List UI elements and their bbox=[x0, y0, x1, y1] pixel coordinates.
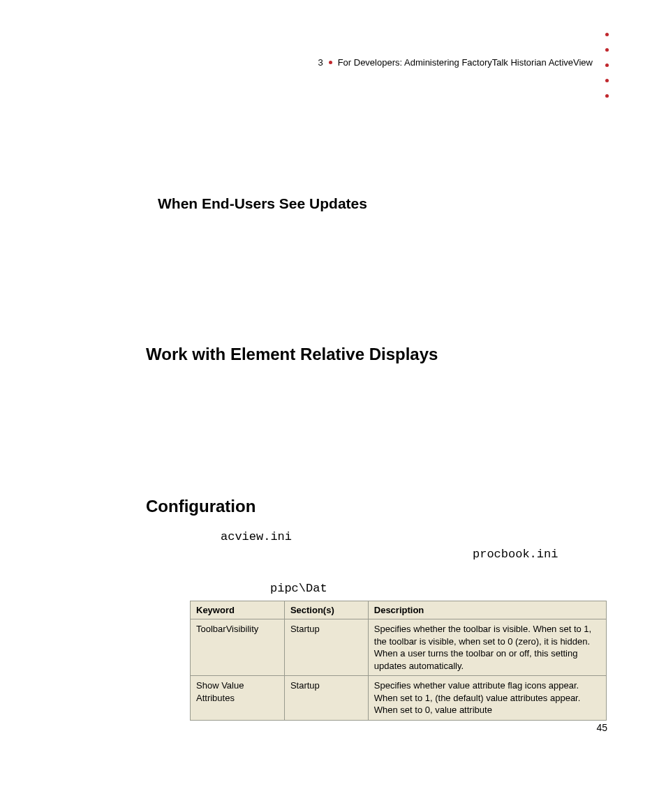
decorative-dots bbox=[605, 33, 609, 98]
table-row: Show Value Attributes Startup Specifies … bbox=[191, 676, 607, 721]
config-path: pipc\Dat bbox=[270, 582, 607, 595]
dot-icon bbox=[605, 79, 609, 82]
chapter-title: For Developers: Administering FactoryTal… bbox=[338, 57, 593, 68]
cell-section: Startup bbox=[284, 619, 368, 676]
section-heading-config: Configuration bbox=[146, 497, 607, 516]
header-section: Section(s) bbox=[284, 601, 368, 619]
dot-icon bbox=[605, 94, 609, 98]
subsection-heading: When End-Users See Updates bbox=[158, 195, 607, 212]
dot-icon bbox=[605, 63, 609, 67]
cell-keyword: Show Value Attributes bbox=[191, 676, 285, 721]
dot-icon bbox=[605, 33, 609, 36]
section-heading-erd: Work with Element Relative Displays bbox=[146, 345, 607, 364]
cell-description: Specifies whether the toolbar is visible… bbox=[368, 619, 606, 676]
chapter-number: 3 bbox=[318, 57, 323, 68]
table-header-row: Keyword Section(s) Description bbox=[191, 601, 607, 619]
cell-section: Startup bbox=[284, 676, 368, 721]
cell-keyword: ToolbarVisibility bbox=[191, 619, 285, 676]
page-header: 3 For Developers: Administering FactoryT… bbox=[318, 57, 593, 68]
dot-icon bbox=[605, 48, 609, 52]
separator-dot-icon bbox=[329, 61, 332, 64]
cell-description: Specifies whether value attribute flag i… bbox=[368, 676, 606, 721]
table-row: ToolbarVisibility Startup Specifies whet… bbox=[191, 619, 607, 676]
config-filename-2: procbook.ini bbox=[473, 548, 607, 561]
header-description: Description bbox=[368, 601, 606, 619]
config-table: Keyword Section(s) Description ToolbarVi… bbox=[190, 601, 607, 721]
page-number: 45 bbox=[596, 722, 607, 733]
header-keyword: Keyword bbox=[191, 601, 285, 619]
config-filename-1: acview.ini bbox=[221, 530, 607, 543]
